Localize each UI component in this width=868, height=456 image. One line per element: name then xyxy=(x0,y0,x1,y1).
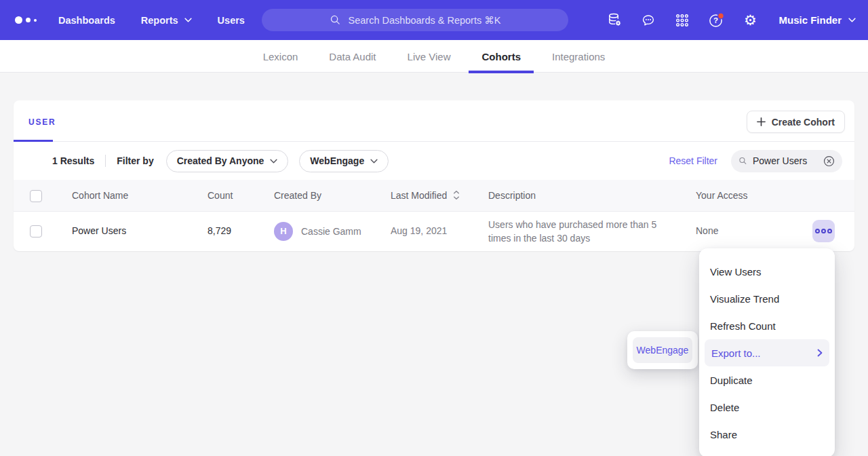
chevron-down-icon xyxy=(184,18,192,22)
column-header-description: Description xyxy=(488,180,536,211)
data-management-icon[interactable] xyxy=(606,12,623,28)
plus-icon xyxy=(757,117,766,126)
integration-filter-value: WebEngage xyxy=(310,155,364,166)
top-nav: Dashboards Reports Users Search Dashboar… xyxy=(0,0,868,40)
tab-user-cohorts[interactable]: USER xyxy=(28,117,56,127)
sort-icon[interactable] xyxy=(452,190,460,200)
results-count: 1 Results xyxy=(52,155,94,166)
apps-grid-icon[interactable] xyxy=(674,12,690,28)
column-header-your-access: Your Access xyxy=(696,180,748,211)
nav-item-label: Reports xyxy=(141,15,178,26)
chevron-down-icon xyxy=(370,159,378,164)
notification-badge xyxy=(718,13,724,19)
chevron-right-icon xyxy=(817,349,823,357)
avatar: H xyxy=(274,222,293,241)
nav-item-dashboards[interactable]: Dashboards xyxy=(58,15,115,26)
menu-item-refresh-count[interactable]: Refresh Count xyxy=(699,312,835,339)
last-modified-date: Aug 19, 2021 xyxy=(391,212,447,250)
global-search-bar[interactable]: Search Dashboards & Reports ⌘K xyxy=(262,9,568,31)
create-cohort-label: Create Cohort xyxy=(772,117,835,128)
nav-item-users[interactable]: Users xyxy=(218,15,245,26)
settings-gear-icon[interactable]: ⚙ xyxy=(742,12,758,28)
integration-filter-dropdown[interactable]: WebEngage xyxy=(299,150,389,172)
menu-item-delete[interactable]: Delete xyxy=(699,394,835,421)
cohort-count: 8,729 xyxy=(208,212,231,250)
dot-icon xyxy=(815,229,820,233)
search-icon xyxy=(738,155,747,166)
select-all-checkbox[interactable] xyxy=(30,190,42,202)
mixpanel-logo[interactable] xyxy=(15,16,37,24)
tab-integrations[interactable]: Integrations xyxy=(552,40,605,73)
table-header: Cohort Name Count Created By Last Modifi… xyxy=(14,180,854,212)
nav-item-label: Dashboards xyxy=(58,15,115,26)
create-cohort-button[interactable]: Create Cohort xyxy=(747,111,845,133)
search-icon xyxy=(330,14,341,26)
reset-filter-link[interactable]: Reset Filter xyxy=(669,155,717,166)
clear-search-icon[interactable] xyxy=(823,155,835,167)
nav-item-label: Users xyxy=(218,15,245,26)
column-header-created-by: Created By xyxy=(274,180,321,211)
column-header-count: Count xyxy=(208,180,233,211)
cohort-description: Users who have purchased more than 5 tim… xyxy=(488,218,659,245)
cohort-name[interactable]: Power Users xyxy=(72,212,126,250)
cohort-table-row[interactable]: Power Users 8,729 H Cassie Gamm Aug 19, … xyxy=(14,212,854,250)
cohort-search-input[interactable] xyxy=(753,155,818,166)
chevron-down-icon xyxy=(848,18,856,22)
filter-bar: 1 Results Filter by Created By Anyone We… xyxy=(14,142,854,180)
column-header-label: Last Modified xyxy=(391,190,447,201)
row-checkbox[interactable] xyxy=(30,225,42,238)
menu-item-export-to[interactable]: Export to... xyxy=(705,339,829,366)
created-by-filter-value: Created By Anyone xyxy=(177,155,264,166)
tab-lexicon[interactable]: Lexicon xyxy=(263,40,298,73)
your-access-value: None xyxy=(696,212,718,250)
created-by-filter-dropdown[interactable]: Created By Anyone xyxy=(166,150,289,172)
secondary-tabs: Lexicon Data Audit Live View Cohorts Int… xyxy=(0,40,868,73)
project-name: Music Finder xyxy=(778,14,842,26)
tab-live-view[interactable]: Live View xyxy=(408,40,451,73)
app-root: Dashboards Reports Users Search Dashboar… xyxy=(0,0,868,456)
menu-item-label: Export to... xyxy=(711,347,761,359)
submenu-item-webengage[interactable]: WebEngage xyxy=(633,337,692,363)
dot-icon xyxy=(821,229,826,233)
menu-item-share[interactable]: Share xyxy=(699,421,835,448)
chevron-down-icon xyxy=(270,159,277,164)
cohorts-panel: USER Create Cohort 1 Results Filter by C… xyxy=(14,100,854,251)
row-actions-button[interactable] xyxy=(812,220,835,242)
menu-item-visualize-trend[interactable]: Visualize Trend xyxy=(699,285,835,312)
panel-header: USER Create Cohort xyxy=(14,100,854,142)
cohort-search-field[interactable] xyxy=(731,150,842,172)
created-by-cell: H Cassie Gamm xyxy=(274,212,361,250)
divider xyxy=(105,155,106,167)
global-search-placeholder: Search Dashboards & Reports ⌘K xyxy=(349,15,501,26)
svg-text:?: ? xyxy=(713,16,718,24)
primary-nav: Dashboards Reports Users xyxy=(58,15,245,26)
tab-cohorts[interactable]: Cohorts xyxy=(481,40,521,73)
project-switcher[interactable]: Music Finder xyxy=(778,14,856,26)
column-header-cohort-name: Cohort Name xyxy=(72,180,128,211)
filter-by-label: Filter by xyxy=(117,155,153,166)
column-header-last-modified[interactable]: Last Modified xyxy=(391,180,460,211)
created-by-name: Cassie Gamm xyxy=(301,226,361,237)
menu-item-duplicate[interactable]: Duplicate xyxy=(699,366,835,394)
tab-data-audit[interactable]: Data Audit xyxy=(329,40,376,73)
menu-item-view-users[interactable]: View Users xyxy=(699,258,835,285)
feedback-chat-icon[interactable] xyxy=(640,12,656,28)
dot-icon xyxy=(827,229,832,233)
nav-item-reports[interactable]: Reports xyxy=(141,15,192,26)
export-submenu: WebEngage xyxy=(627,331,698,369)
help-icon[interactable]: ? xyxy=(708,12,724,28)
top-nav-actions: ? ⚙ Music Finder xyxy=(606,0,856,40)
row-actions-menu: View Users Visualize Trend Refresh Count… xyxy=(699,248,835,456)
